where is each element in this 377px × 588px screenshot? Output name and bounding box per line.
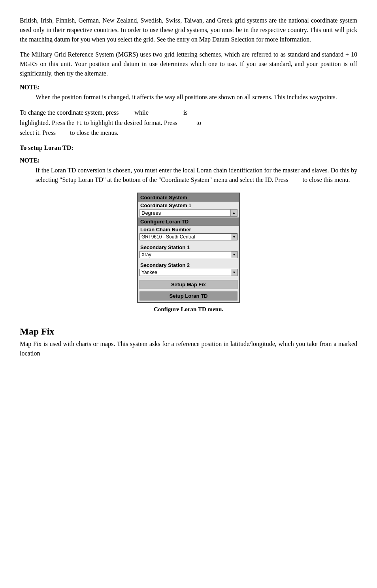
menu-degrees-label: Degrees: [140, 210, 230, 216]
menu-container: Coordinate System Coordinate System 1 De…: [20, 193, 357, 318]
secondary-station-2-label: Secondary Station 2: [138, 261, 239, 269]
page-content: British, Irish, Finnish, German, New Zea…: [20, 16, 357, 358]
note-heading-1: NOTE:: [20, 84, 357, 91]
menu-title: Coordinate System: [138, 193, 239, 202]
degrees-scroll-arrow[interactable]: ▲: [230, 210, 237, 216]
inline-part2: highlighted. Press the ↑↓ to highlight t…: [20, 119, 177, 126]
inline-part3b: to close the menus.: [70, 129, 119, 136]
yankee-arrow[interactable]: ▼: [231, 269, 238, 276]
inline-part3: select it. Press: [20, 129, 56, 136]
coordinate-system-menu: Coordinate System Coordinate System 1 De…: [137, 193, 240, 303]
inline-paragraph: To change the coordinate system, press w…: [20, 108, 357, 138]
paragraph-1: British, Irish, Finnish, German, New Zea…: [20, 16, 357, 44]
note-indent-end: to close this menu.: [302, 176, 350, 183]
setup-map-fix-button[interactable]: Setup Map Fix: [139, 280, 238, 289]
yankee-field[interactable]: Yankee: [139, 269, 231, 276]
menu-caption: Configure Loran TD menu.: [154, 306, 223, 313]
xray-field[interactable]: Xray: [139, 251, 231, 258]
note-text-2: If the Loran TD conversion is chosen, yo…: [36, 166, 357, 185]
note-heading-2: NOTE:: [20, 157, 357, 164]
section-heading-1: To setup Loran TD:: [20, 144, 357, 151]
menu-section-configure: Configure Loran TD: [138, 217, 239, 226]
map-fix-heading: Map Fix: [20, 326, 357, 337]
inline-is: is: [183, 109, 188, 116]
paragraph-3: Map Fix is used with charts or maps. Thi…: [20, 339, 357, 358]
menu-item-1[interactable]: Coordinate System 1: [138, 202, 239, 209]
inline-while: while: [134, 109, 149, 116]
xray-arrow[interactable]: ▼: [231, 251, 238, 258]
setup-loran-td-button[interactable]: Setup Loran TD: [139, 291, 238, 301]
gri-arrow[interactable]: ▼: [231, 233, 238, 240]
inline-part1: To change the coordinate system, press: [20, 109, 119, 116]
secondary-station-1-label: Secondary Station 1: [138, 244, 239, 251]
inline-to: to: [196, 119, 201, 126]
note-text-1: When the position format is changed, it …: [36, 93, 357, 102]
gri-field[interactable]: GRI 9610 - South Central: [139, 233, 231, 240]
menu-loran-chain-label: Loran Chain Number: [138, 226, 239, 233]
paragraph-2: The Military Grid Reference System (MGRS…: [20, 50, 357, 78]
